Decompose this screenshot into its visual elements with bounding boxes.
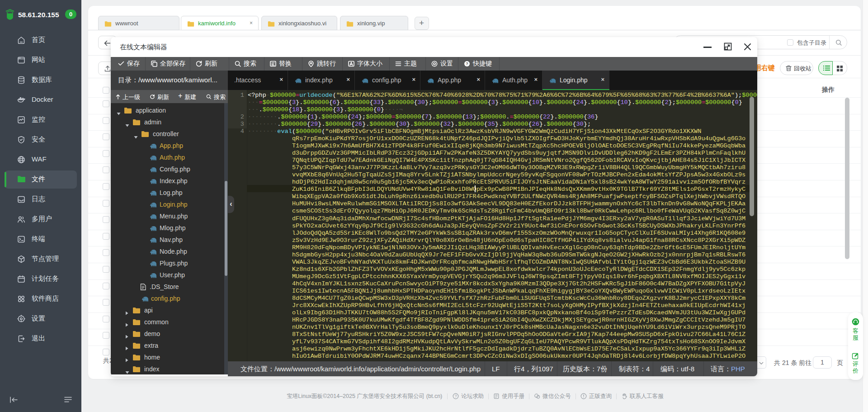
svg-text:?: ? bbox=[455, 394, 457, 398]
svg-text:?: ? bbox=[466, 62, 468, 66]
